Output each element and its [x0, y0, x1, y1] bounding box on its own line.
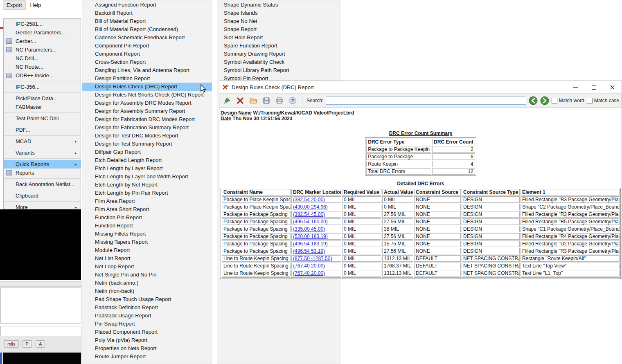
report-menu-item[interactable]: Netin (back anno.) — [82, 279, 212, 287]
report-menu-item[interactable]: Module Report — [82, 246, 212, 254]
report-menu-item[interactable]: Design for Fabrication Summary Report — [82, 124, 212, 132]
report-menu-item[interactable]: Netin (non-back) — [82, 287, 212, 295]
export-menu-item[interactable]: Test Point NC Drill — [4, 114, 81, 124]
report-menu-item[interactable]: Shape Report — [217, 25, 340, 34]
export-menu-item[interactable]: NC Route... — [4, 63, 81, 71]
report-menu-item[interactable]: Film Area Short Report — [82, 205, 212, 213]
report-menu-item[interactable]: Etch Detailed Length Report — [82, 156, 212, 164]
marker-location-link[interactable]: (767.40 20.00) — [293, 270, 325, 276]
report-menu-item[interactable]: Film Area Report — [82, 197, 212, 205]
report-menu-item[interactable]: Spare Function Report — [217, 42, 340, 50]
marker-location-link[interactable]: (496.54 160.00) — [293, 219, 328, 225]
report-menu-item[interactable]: Padstack Usage Report — [82, 312, 212, 320]
report-menu-item[interactable]: Pad Shape Touch Usage Report — [82, 295, 212, 303]
report-menu-item[interactable]: Properties on Nets Report — [82, 344, 212, 353]
marker-location-link[interactable]: (382.54 20.00) — [293, 197, 325, 202]
marker-location-link[interactable]: (520.00 183.19) — [293, 234, 328, 239]
command-console[interactable] — [3, 353, 81, 364]
report-menu-item[interactable]: Design for Test DRC Modes Report — [82, 132, 212, 140]
report-menu-item[interactable]: Net Single Pin and No Pin — [82, 271, 212, 279]
report-menu-item[interactable]: Etch Length by Layer and Width Report — [82, 173, 212, 181]
report-menu-item[interactable]: Function Report — [82, 222, 212, 230]
report-menu-item[interactable]: Cadence Schematic Feedback Report — [82, 34, 212, 42]
report-menu-item[interactable]: Design Partition Report — [82, 74, 212, 83]
report-menu-item[interactable]: Design for Assembly DRC Modes Report — [82, 99, 212, 107]
open-button[interactable] — [248, 95, 259, 106]
close-button[interactable] — [603, 81, 622, 93]
export-menu-item[interactable]: Quick Reports ▸ — [4, 160, 81, 169]
menu-help[interactable]: Help — [27, 1, 45, 9]
report-menu-item[interactable]: Shape No Net — [217, 17, 340, 25]
marker-location-link[interactable]: (335.00 45.00) — [293, 226, 325, 232]
report-menu-item[interactable]: Assigned Function Report — [82, 1, 212, 9]
export-menu-item[interactable]: MCAD ▸ — [4, 137, 81, 147]
report-menu-item[interactable]: Component Report — [82, 50, 212, 58]
report-menu-item[interactable]: Design for Test Summary Report — [82, 140, 212, 148]
marker-location-link[interactable]: (761.04 294.96) — [293, 278, 328, 279]
pcb-canvas[interactable] — [0, 209, 81, 280]
units-button[interactable]: mils — [4, 340, 19, 348]
menu-export[interactable]: Export — [3, 1, 25, 9]
maximize-button[interactable] — [585, 81, 603, 93]
save-button[interactable] — [261, 95, 272, 106]
marker-location-link[interactable]: (496.54 183.19) — [293, 241, 328, 247]
report-menu-item[interactable]: Bill of Material Report — [82, 17, 212, 25]
report-menu-item[interactable]: Function Pin Report — [82, 213, 212, 222]
marker-location-link[interactable]: (877.50 -1287.50) — [293, 256, 332, 261]
print-button[interactable] — [274, 95, 285, 106]
report-menu-item[interactable]: Slot Hole Report — [217, 34, 340, 42]
export-menu-item[interactable]: Gerber Parameters... — [4, 28, 81, 37]
match-word-checkbox[interactable] — [552, 98, 557, 103]
report-menu-item[interactable]: Net List Report — [82, 254, 212, 263]
report-menu-item[interactable]: Design for Fabrication DRC Modes Report — [82, 115, 212, 124]
report-menu-item[interactable]: Etch Length by Pin Pair Report — [82, 189, 212, 197]
minimize-button[interactable] — [566, 81, 585, 93]
report-menu-item[interactable]: Diffpair Gap Report — [82, 148, 212, 156]
report-menu-item[interactable]: Symbol Availability Check — [217, 58, 340, 66]
report-menu-item[interactable]: Symbol Library Path Report — [217, 66, 340, 74]
export-menu-item[interactable]: IPC-356... — [4, 83, 81, 93]
export-menu-item[interactable]: ODB++ Inside... — [4, 71, 81, 81]
report-menu-item[interactable]: Dangling Lines, Via and Antenna Report — [82, 66, 212, 74]
pushpin-button[interactable] — [222, 95, 232, 106]
report-menu-item[interactable]: Design Rules Net Shorts Check (DRC) Repo… — [82, 91, 212, 99]
report-menu-item[interactable]: Padstack Definition Report — [82, 303, 212, 312]
report-menu-item[interactable]: Missing Tapers Report — [82, 238, 212, 246]
search-back-button[interactable] — [529, 96, 538, 105]
report-menu-item[interactable]: Design Rules Check (DRC) Report — [82, 83, 212, 91]
help-button[interactable]: ? — [287, 95, 298, 106]
export-menu-item[interactable]: IPC-2581... — [4, 20, 81, 28]
export-menu-item[interactable]: Back Annotation Netlist... — [4, 180, 81, 190]
marker-location-link[interactable]: (382.54 45.00) — [293, 211, 325, 217]
marker-location-link[interactable]: (430.00 294.96) — [293, 204, 328, 210]
report-menu-item[interactable]: Design for Assembly Summary Report — [82, 107, 212, 115]
export-menu-item[interactable]: Gerber... — [4, 37, 81, 45]
report-menu-item[interactable]: Shape Islands — [217, 9, 340, 17]
marker-location-link[interactable]: (767.40 20.00) — [293, 263, 325, 269]
report-menu-item[interactable]: Etch Length by Layer Report — [82, 164, 212, 173]
search-forward-button[interactable] — [540, 96, 549, 105]
export-menu-item[interactable]: Clipboard — [4, 191, 81, 202]
report-menu-item[interactable]: Etch Length by Net Report — [82, 181, 212, 189]
report-menu-item[interactable]: Bill of Material Report (Condensed) — [82, 25, 212, 34]
match-case-checkbox[interactable] — [587, 98, 593, 103]
export-menu-item[interactable]: Pick/Place Data... — [4, 94, 81, 103]
export-menu-item[interactable]: Variants ▸ — [4, 148, 81, 159]
export-menu-item[interactable]: NC Parameters... — [4, 45, 81, 54]
report-menu-item[interactable]: Backdrill Report — [82, 9, 212, 17]
search-input[interactable] — [326, 97, 526, 105]
report-menu-item[interactable]: Placed Component Report — [82, 328, 212, 336]
units-button[interactable]: A — [36, 340, 45, 348]
report-menu-item[interactable]: Shape Dynamic Status — [217, 1, 340, 9]
report-menu-item[interactable]: Pin Swap Report — [82, 320, 212, 328]
export-menu-item[interactable]: PDF... — [4, 126, 81, 136]
report-menu-item[interactable]: Component Pin Report — [82, 42, 212, 50]
report-menu-item[interactable]: Route Jumper Report — [82, 353, 212, 361]
export-menu-item[interactable]: Reports — [4, 169, 81, 179]
export-menu-item[interactable]: FABMaster — [4, 103, 81, 113]
dialog-titlebar[interactable]: Design Rules Check (DRC) Report — [219, 81, 622, 93]
report-menu-item[interactable]: Summary Drawing Report — [217, 50, 340, 58]
marker-location-link[interactable]: (496.54 53.19) — [293, 248, 325, 254]
units-button[interactable]: P — [23, 340, 32, 348]
report-menu-item[interactable]: Missing Fillets Report — [82, 230, 212, 238]
